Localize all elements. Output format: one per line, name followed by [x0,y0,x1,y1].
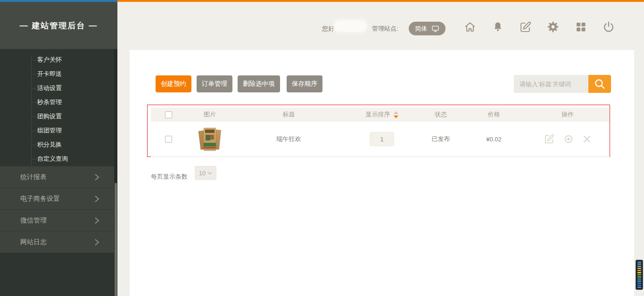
chevron-down-icon [207,172,212,175]
search-input[interactable] [514,75,588,93]
sidebar-section-wechat[interactable]: 微信管理 [0,209,117,231]
tree-tick [31,159,37,159]
per-page-value: 10 [199,170,206,177]
delete-close-icon[interactable] [583,135,591,143]
sidebar-section-ecommerce[interactable]: 电子商务设置 [0,188,117,209]
topbar: 您好 管理站点: 简体 [117,2,644,50]
language-label: 简体 [415,25,427,33]
grid-apps-icon[interactable] [574,20,588,34]
tree-tick [31,131,37,131]
username-redacted [334,21,366,32]
tree-tick [31,60,37,60]
sidebar-item-card-gift[interactable]: 开卡即送 [0,69,117,79]
level-indicator [636,260,643,290]
tree-tick [31,145,37,145]
site-label: 管理站点: [372,25,398,33]
monitor-icon [431,25,439,33]
sidebar-item-group-buy[interactable]: 团购设置 [0,112,117,121]
col-header-title: 标题 [233,110,344,119]
sort-up-icon[interactable] [394,111,398,114]
create-reservation-button[interactable]: 创建预约 [156,75,191,92]
sidebar-sections: 统计报表 电子商务设置 微信管理 网站日志 [0,166,117,296]
chevron-right-icon [94,195,99,203]
search-icon [594,78,606,90]
row-title: 端午狂欢 [233,135,344,143]
sidebar-item-group-manage[interactable]: 组团管理 [0,126,117,135]
row-checkbox[interactable] [165,136,172,143]
status-badge: 已发布 [420,135,462,143]
sort-down-icon[interactable] [394,115,398,118]
sidebar-scrollbar[interactable] [114,49,117,296]
view-eye-icon[interactable] [564,134,573,144]
select-all-checkbox[interactable] [165,111,172,118]
gear-icon[interactable] [546,20,560,34]
sidebar-item-flash-sale[interactable]: 秒杀管理 [0,98,117,107]
row-price: ¥0.02 [462,136,526,143]
tree-tick [31,88,37,89]
sidebar-item-points-exchange[interactable]: 积分兑换 [0,140,117,149]
col-header-image: 图片 [186,110,233,119]
tree-tick [31,102,37,103]
col-header-sort: 显示排序 [344,110,420,119]
delete-selected-button[interactable]: 删除选中项 [238,75,280,92]
admin-page: — 建站管理后台 — 客户关怀 开卡即送 活动设置 秒杀管理 团购设置 组团管理… [0,0,644,296]
col-header-price: 价格 [462,110,526,119]
tree-tick [31,74,37,74]
sidebar-section-site-logs[interactable]: 网站日志 [0,231,117,253]
home-icon[interactable] [463,20,477,34]
sidebar-item-custom-query[interactable]: 自定义查询 [0,154,117,164]
sidebar-item-customer-care[interactable]: 客户关怀 [0,55,117,65]
product-image[interactable] [199,127,221,151]
sort-arrows[interactable] [394,111,398,118]
per-page-select[interactable]: 10 [195,166,216,180]
search-button[interactable] [588,75,611,93]
tree-tick [31,116,37,117]
chevron-right-icon [94,173,99,181]
col-header-status: 状态 [420,110,462,119]
table-row: 端午狂欢 已发布 ¥0.02 [151,122,610,157]
scrollbar-thumb[interactable] [115,183,117,296]
save-order-button[interactable]: 保存顺序 [287,75,322,92]
chevron-right-icon [94,217,99,224]
edit-row-icon[interactable] [544,134,554,144]
col-header-actions: 操作 [526,110,610,119]
sidebar-item-activity[interactable]: 活动设置 [0,83,117,93]
language-site-pill[interactable]: 简体 [409,22,446,35]
edit-icon[interactable] [518,20,532,34]
table-header: 图片 标题 显示排序 状态 价格 操作 [151,107,610,122]
power-icon[interactable] [602,20,616,34]
bell-icon[interactable] [491,20,505,34]
greeting-label: 您好 [322,25,334,33]
app-title: — 建站管理后台 — [0,2,117,49]
chevron-right-icon [94,238,99,246]
order-input[interactable] [370,132,394,146]
order-management-button[interactable]: 订单管理 [197,75,232,92]
sidebar: — 建站管理后台 — 客户关怀 开卡即送 活动设置 秒杀管理 团购设置 组团管理… [0,2,117,296]
sidebar-section-statistics[interactable]: 统计报表 [0,166,117,188]
per-page-label: 每页显示条数 [151,170,188,184]
